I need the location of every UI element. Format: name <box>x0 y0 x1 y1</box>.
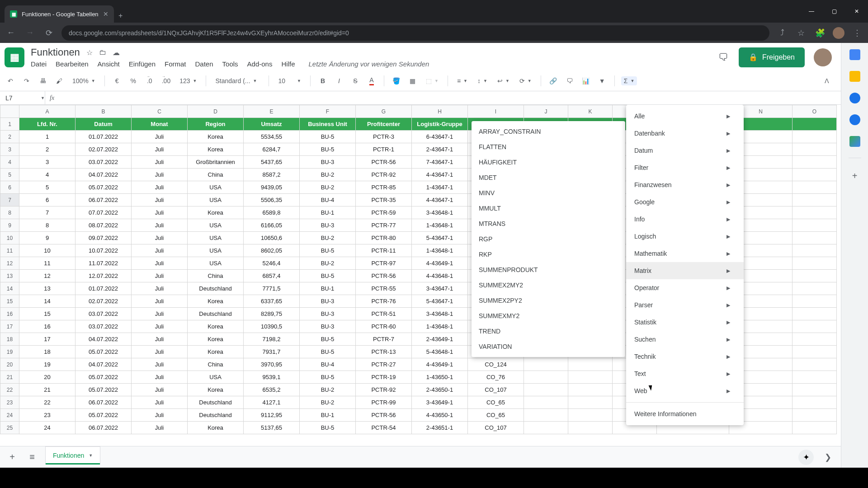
function-item[interactable]: HÄUFIGKEIT <box>472 155 625 170</box>
cell[interactable]: BU-2 <box>300 257 356 270</box>
cell[interactable]: 01.07.2022 <box>75 131 132 143</box>
cell[interactable]: 2-43651-1 <box>412 422 468 434</box>
add-sheet-button[interactable]: + <box>5 450 19 464</box>
cell[interactable]: 05.07.2022 <box>75 371 132 384</box>
cell[interactable]: 8289,75 <box>244 308 300 320</box>
function-item[interactable]: MINV <box>472 185 625 201</box>
cell[interactable] <box>793 333 837 346</box>
cell[interactable] <box>793 156 837 169</box>
cell[interactable]: PCTR-56 <box>356 409 412 422</box>
column-header[interactable]: B <box>75 105 132 118</box>
cell[interactable]: 9539,1 <box>244 371 300 384</box>
decrease-decimal-button[interactable]: .0← <box>144 74 156 88</box>
cell[interactable]: Juli <box>132 131 188 143</box>
cell[interactable]: PCTR-51 <box>356 308 412 320</box>
menu-file[interactable]: Datei <box>31 60 47 68</box>
cell[interactable]: 4-43648-1 <box>412 270 468 282</box>
column-header[interactable]: E <box>244 105 300 118</box>
cell[interactable]: Juli <box>132 320 188 333</box>
cell[interactable] <box>793 295 837 308</box>
cell[interactable]: 7-43647-1 <box>412 156 468 169</box>
print-button[interactable]: 🖶 <box>37 74 49 88</box>
cell[interactable]: CO_65 <box>468 409 524 422</box>
cell[interactable]: PCTR-56 <box>356 270 412 282</box>
comments-icon[interactable]: 🗨 <box>717 51 730 64</box>
cell[interactable]: Deutschland <box>188 396 244 409</box>
cell[interactable] <box>568 396 613 409</box>
cell[interactable]: Juli <box>132 333 188 346</box>
row-header[interactable]: 21 <box>0 371 19 384</box>
cell[interactable]: 18 <box>19 346 75 358</box>
cell[interactable]: 19 <box>19 358 75 371</box>
chart-button[interactable]: 📊 <box>580 74 592 88</box>
cell[interactable]: 5437,65 <box>244 156 300 169</box>
cell[interactable]: PCTR-60 <box>356 320 412 333</box>
cell[interactable]: Deutschland <box>188 409 244 422</box>
cell[interactable]: 14 <box>19 295 75 308</box>
cell[interactable]: 5534,55 <box>244 131 300 143</box>
cell[interactable]: PCTR-7 <box>356 333 412 346</box>
cell[interactable]: USA <box>188 219 244 232</box>
cell[interactable]: 11 <box>19 257 75 270</box>
function-item[interactable]: TREND <box>472 324 625 339</box>
sheet-tab[interactable]: Funktionen ▼ <box>45 446 100 465</box>
cell[interactable]: CO_65 <box>468 396 524 409</box>
cell[interactable]: 04.07.2022 <box>75 333 132 346</box>
cell[interactable]: Juli <box>132 409 188 422</box>
cell[interactable]: Korea <box>188 320 244 333</box>
row-header[interactable]: 25 <box>0 422 19 434</box>
cell[interactable]: 5-43647-1 <box>412 232 468 244</box>
cell[interactable]: 1-43648-1 <box>412 219 468 232</box>
function-item[interactable]: SUMMEX2MY2 <box>472 277 625 293</box>
function-item[interactable]: SUMMEX2PY2 <box>472 293 625 308</box>
borders-button[interactable]: ▦ <box>407 74 419 88</box>
column-header[interactable]: D <box>188 105 244 118</box>
cell[interactable]: BU-4 <box>300 194 356 206</box>
cell[interactable]: BU-3 <box>300 219 356 232</box>
extensions-icon[interactable]: 🧩 <box>814 27 826 39</box>
cell[interactable]: Korea <box>188 143 244 156</box>
cell[interactable]: 5-43648-1 <box>412 346 468 358</box>
cell[interactable]: 03.07.2022 <box>75 156 132 169</box>
row-header[interactable]: 13 <box>0 270 19 282</box>
cell[interactable]: Juli <box>132 143 188 156</box>
cell[interactable]: 4-43647-1 <box>412 169 468 181</box>
cell[interactable]: Juli <box>132 396 188 409</box>
cell[interactable]: PCTR-1 <box>356 143 412 156</box>
cell[interactable] <box>568 358 613 371</box>
function-item[interactable]: SUMMEXMY2 <box>472 308 625 324</box>
maximize-button[interactable]: ▢ <box>823 2 845 20</box>
cell[interactable]: 6337,65 <box>244 295 300 308</box>
cell[interactable]: 23 <box>19 409 75 422</box>
row-header[interactable]: 12 <box>0 257 19 270</box>
cell[interactable]: 01.07.2022 <box>75 282 132 295</box>
row-header[interactable]: 19 <box>0 346 19 358</box>
move-icon[interactable]: 🗀 <box>99 48 106 56</box>
cell[interactable]: CO_107 <box>468 384 524 396</box>
row-header[interactable]: 1 <box>0 118 19 131</box>
cell[interactable]: BU-5 <box>300 333 356 346</box>
close-window-button[interactable]: ✕ <box>845 2 868 20</box>
cell[interactable]: 3-43648-1 <box>412 206 468 219</box>
cell[interactable]: Korea <box>188 346 244 358</box>
cell[interactable]: BU-3 <box>300 320 356 333</box>
vertical-align-button[interactable]: ↕▼ <box>475 77 490 84</box>
cell[interactable]: 12 <box>19 270 75 282</box>
cell[interactable] <box>793 219 837 232</box>
cell[interactable]: Juli <box>132 384 188 396</box>
share-button[interactable]: 🔒 Freigeben <box>739 47 805 67</box>
cell[interactable]: Korea <box>188 131 244 143</box>
cell[interactable]: CO_124 <box>468 358 524 371</box>
collapse-toolbar-button[interactable]: ᐱ <box>825 77 836 84</box>
function-category-item[interactable]: Alle▶ <box>626 108 744 125</box>
cell[interactable]: BU-2 <box>300 169 356 181</box>
menu-addons[interactable]: Add-ons <box>247 60 273 68</box>
document-title[interactable]: Funktionen <box>31 47 80 58</box>
column-header[interactable]: C <box>132 105 188 118</box>
cell[interactable]: 09.07.2022 <box>75 232 132 244</box>
cell[interactable]: China <box>188 358 244 371</box>
sheets-logo-icon[interactable]: ▦ <box>5 47 24 67</box>
column-header[interactable]: O <box>793 105 837 118</box>
cell[interactable]: 9 <box>19 232 75 244</box>
cell[interactable] <box>793 422 837 434</box>
